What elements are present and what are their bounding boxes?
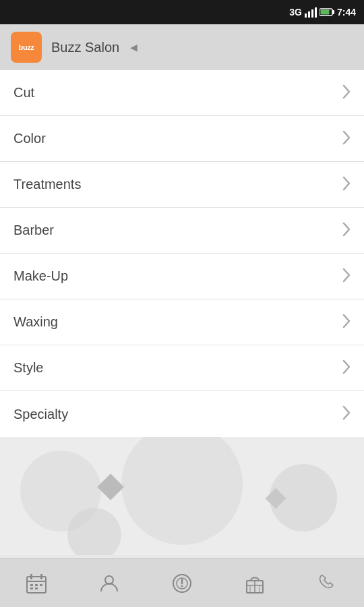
menu-item-style[interactable]: Style [0, 345, 364, 391]
chevron-icon-cut [342, 84, 351, 102]
menu-item-label-waxing: Waxing [13, 314, 58, 330]
chevron-icon-waxing [342, 314, 351, 331]
menu-item-color[interactable]: Color [0, 116, 364, 162]
menu-item-label-specialty: Specialty [13, 407, 68, 422]
chevron-icon-barber [342, 222, 351, 239]
battery-icon [320, 7, 334, 17]
chevron-icon-style [342, 359, 351, 377]
menu-item-label-cut: Cut [13, 85, 34, 100]
menu-item-label-color: Color [13, 131, 46, 146]
svg-rect-14 [30, 587, 33, 589]
profile-icon [98, 573, 120, 594]
nav-item-calendar[interactable] [20, 567, 53, 600]
svg-rect-9 [30, 574, 32, 579]
svg-rect-3 [315, 7, 317, 18]
app-title: Buzz Salon [51, 40, 119, 55]
svg-rect-12 [35, 584, 38, 586]
header-dropdown-arrow[interactable]: ◀ [130, 42, 138, 53]
menu-item-label-treatments: Treatments [13, 177, 81, 192]
menu-item-waxing[interactable]: Waxing [0, 299, 364, 345]
nav-item-shop[interactable] [239, 567, 271, 600]
svg-rect-11 [30, 584, 33, 586]
phone-icon [317, 573, 338, 594]
chevron-icon-makeup [342, 268, 351, 285]
status-bar: 3G 7:44 [0, 0, 364, 24]
bottom-nav [0, 558, 364, 607]
menu-item-label-style: Style [13, 360, 43, 376]
logo-text: buzz [19, 43, 34, 51]
calendar-icon [26, 573, 47, 594]
svg-rect-1 [308, 11, 310, 18]
menu-item-label-makeup: Make-Up [13, 268, 68, 284]
nav-item-alerts[interactable] [166, 567, 198, 600]
menu-item-makeup[interactable]: Make-Up [0, 254, 364, 299]
svg-rect-10 [40, 574, 42, 579]
deco-circle-4 [67, 508, 121, 555]
svg-rect-2 [311, 9, 313, 18]
chevron-icon-specialty [342, 405, 351, 423]
nav-item-profile[interactable] [93, 567, 125, 600]
svg-rect-0 [305, 13, 307, 18]
clock: 7:44 [337, 7, 356, 18]
app-header: buzz Buzz Salon ◀ [0, 24, 364, 70]
deco-diamond-1 [97, 473, 124, 500]
svg-rect-13 [40, 584, 42, 586]
menu-item-specialty[interactable]: Specialty [0, 391, 364, 437]
menu-item-treatments[interactable]: Treatments [0, 162, 364, 208]
svg-rect-15 [35, 587, 38, 589]
chevron-icon-treatments [342, 176, 351, 194]
alerts-icon [171, 573, 193, 594]
nav-item-phone[interactable] [311, 567, 344, 600]
shop-icon [244, 573, 266, 594]
svg-point-20 [181, 585, 183, 587]
app-logo: buzz [11, 32, 42, 63]
signal-bars-icon [305, 7, 317, 18]
svg-rect-6 [320, 10, 329, 15]
menu-item-label-barber: Barber [13, 223, 54, 238]
deco-circle-2 [121, 437, 243, 545]
menu-item-cut[interactable]: Cut [0, 70, 364, 116]
signal-type: 3G [289, 7, 302, 18]
menu-list: CutColorTreatmentsBarberMake-UpWaxingSty… [0, 70, 364, 437]
svg-rect-5 [332, 10, 334, 14]
decorative-area [0, 437, 364, 555]
chevron-icon-color [342, 130, 351, 148]
status-icons: 3G 7:44 [289, 7, 356, 18]
menu-item-barber[interactable]: Barber [0, 208, 364, 254]
